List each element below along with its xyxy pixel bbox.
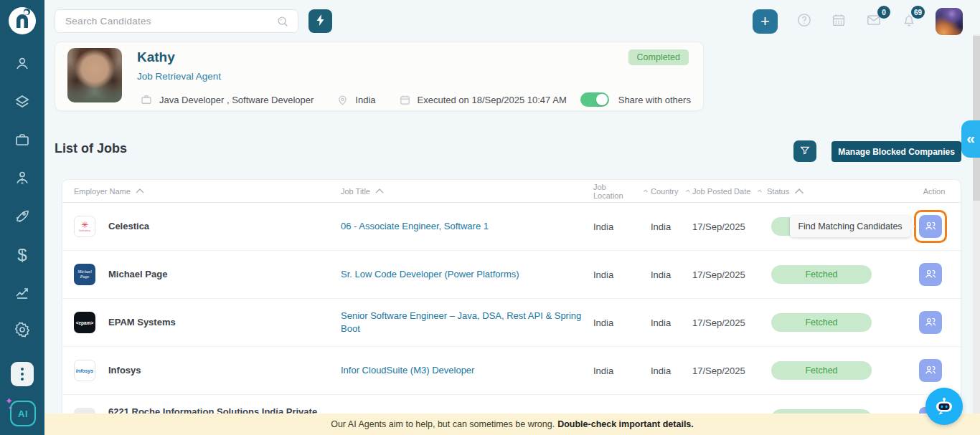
filter-button[interactable] <box>793 140 816 162</box>
ai-assistant-button[interactable]: AI ✦ ✦ <box>10 401 36 426</box>
scrollbar-thumb[interactable] <box>973 36 980 201</box>
table-body: ✳ Celestica Celestica 06 - Associate Eng… <box>62 203 961 435</box>
job-title-link[interactable]: Sr. Low Code Developer (Power Platforms) <box>341 268 519 281</box>
employer-name: Infosys <box>108 364 141 377</box>
employer-cell: <epam> EPAM Systems <box>74 312 341 333</box>
jobs-table: Employer Name Job Title Job Location Cou… <box>62 179 961 435</box>
column-header-job-title[interactable]: Job Title <box>341 187 593 196</box>
find-matching-candidates-button[interactable] <box>919 263 942 286</box>
job-title-link[interactable]: 06 - Associate Engineer, Software 1 <box>341 220 489 233</box>
table-row: <epam> EPAM Systems Senior Software Engi… <box>62 299 961 347</box>
mail-badge: 0 <box>877 6 890 19</box>
app-logo[interactable] <box>7 6 37 36</box>
briefcase-icon <box>14 131 31 151</box>
action-button-highlight <box>914 354 947 387</box>
location-pin-icon <box>336 94 349 106</box>
job-title-link[interactable]: Senior Software Engineer – Java, DSA, Re… <box>341 310 586 335</box>
job-location: India <box>593 221 651 232</box>
sidebar-item-settings[interactable] <box>13 322 32 340</box>
column-header-country[interactable]: Country <box>651 187 692 196</box>
agent-photo <box>67 48 122 102</box>
column-label: Job Location <box>593 183 636 200</box>
funnel-icon <box>799 145 811 158</box>
share-toggle-label: Share with others <box>618 95 691 105</box>
status-badge: Fetched <box>771 313 872 332</box>
dollar-icon: $ <box>17 247 27 264</box>
agent-job-titles: Java Developer , Software Developer <box>159 95 314 105</box>
job-title-link[interactable]: Infor CloudSuite (M3) Developer <box>341 364 474 377</box>
sidebar-item-campaigns[interactable] <box>13 208 32 226</box>
notifications-badge: 69 <box>911 6 925 19</box>
agent-executed-at: Executed on 18/Sep/2025 10:47 AM <box>418 95 567 105</box>
sidebar-item-jobs[interactable] <box>13 132 32 150</box>
employer-logo: Infosys <box>74 360 95 381</box>
logo-text: Celestica <box>79 229 90 232</box>
column-header-status[interactable]: Status <box>767 187 908 196</box>
quick-actions-button[interactable] <box>308 9 332 33</box>
table-header: Employer Name Job Title Job Location Cou… <box>62 180 961 203</box>
help-button[interactable] <box>796 12 812 31</box>
sidebar-nav: $ <box>13 56 32 340</box>
calendar-icon <box>399 94 411 106</box>
employer-cell: Michael Page Michael Page <box>74 264 341 285</box>
collapse-panel-tab[interactable]: « <box>961 120 980 158</box>
app-root: $ AI ✦ ✦ <box>0 0 980 435</box>
mail-button[interactable]: 0 <box>865 12 882 31</box>
column-label: Country <box>651 187 679 196</box>
agent-role: Job Retrieval Agent <box>137 71 221 82</box>
job-posted-date: 17/Sep/2025 <box>692 221 767 232</box>
manage-blocked-companies-button[interactable]: Manage Blocked Companies <box>831 141 961 162</box>
search-input[interactable] <box>55 16 276 27</box>
sidebar-item-candidates[interactable] <box>13 56 32 75</box>
chatbot-button[interactable] <box>925 388 963 425</box>
people-icon <box>924 220 937 234</box>
logo-text: <epam> <box>76 320 94 325</box>
add-button[interactable]: + <box>753 9 778 34</box>
calendar-button[interactable] <box>831 12 847 31</box>
job-location: India <box>593 269 651 280</box>
table-row: ✳ Celestica Celestica 06 - Associate Eng… <box>62 203 961 251</box>
action-button-highlight <box>914 210 947 243</box>
country: India <box>651 365 692 376</box>
layers-icon <box>14 93 31 113</box>
sidebar-item-pipelines[interactable] <box>13 94 32 113</box>
lightning-icon <box>316 14 326 28</box>
search-icon[interactable] <box>276 15 289 28</box>
help-icon <box>796 12 812 31</box>
share-toggle[interactable] <box>580 92 609 107</box>
column-header-employer[interactable]: Employer Name <box>74 187 341 196</box>
find-matching-candidates-button[interactable] <box>919 311 942 334</box>
vertical-dots-icon <box>21 368 24 381</box>
country: India <box>651 269 692 280</box>
more-menu-button[interactable] <box>11 362 34 386</box>
vertical-scrollbar[interactable] <box>973 34 980 414</box>
ai-label: AI <box>18 408 28 419</box>
sidebar-item-placements[interactable] <box>13 170 32 188</box>
topbar: + 0 69 <box>44 0 980 42</box>
topbar-actions: + 0 69 <box>753 7 963 36</box>
action-cell <box>908 210 961 243</box>
double-chevron-left-icon: « <box>966 130 975 147</box>
find-matching-candidates-button[interactable] <box>919 215 942 238</box>
employer-logo: Michael Page <box>74 264 95 285</box>
column-header-job-location[interactable]: Job Location <box>593 183 651 200</box>
people-icon <box>924 316 937 330</box>
column-label: Action <box>923 187 946 196</box>
logo-text: Infosys <box>76 368 94 373</box>
find-matching-candidates-button[interactable] <box>919 359 942 382</box>
user-avatar[interactable] <box>936 8 963 35</box>
column-header-posted-date[interactable]: Job Posted Date <box>692 187 767 196</box>
sidebar-item-analytics[interactable] <box>13 284 32 302</box>
job-posted-date: 17/Sep/2025 <box>692 269 767 280</box>
agent-location: India <box>355 95 375 105</box>
column-label: Employer Name <box>74 187 131 196</box>
search-bar <box>55 9 298 33</box>
sort-caret-icon <box>643 188 649 193</box>
calendar-icon <box>831 12 847 31</box>
sidebar-item-billing[interactable]: $ <box>13 246 32 264</box>
notifications-button[interactable]: 69 <box>901 12 917 31</box>
status-cell: Fetched <box>767 313 908 332</box>
employer-name: Michael Page <box>108 268 167 281</box>
employer-name: Celestica <box>108 220 149 233</box>
ai-disclaimer-banner: Our AI Agents aim to help, but can somet… <box>44 414 980 435</box>
